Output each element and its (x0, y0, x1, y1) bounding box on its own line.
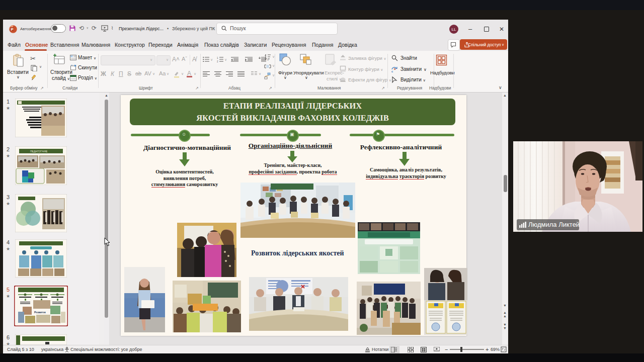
svg-text:P: P (11, 27, 13, 32)
svg-text:2: 2 (217, 60, 218, 63)
svg-text:1: 1 (217, 57, 218, 59)
svg-text:b: b (394, 67, 396, 70)
svg-text:ПЕДАГОГІЧНЕ: ПЕДАГОГІЧНЕ (30, 150, 48, 153)
svg-text:c: c (391, 70, 393, 73)
svg-text:Розвиток: Розвиток (34, 311, 46, 314)
